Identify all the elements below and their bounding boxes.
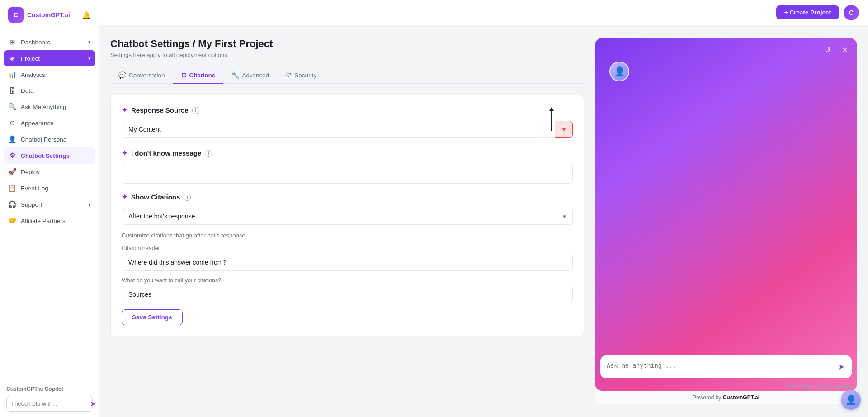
tab-conversation[interactable]: 💬 Conversation (110, 67, 173, 84)
idk-message-info-icon[interactable]: i (205, 150, 212, 157)
right-panel: ↺ ✕ 👤 ➤ Shift + Enter to add a (595, 38, 857, 404)
affiliate-icon: 🤝 (8, 217, 16, 225)
citations-name-input[interactable] (122, 286, 573, 303)
response-source-label: Response Source (131, 106, 189, 114)
deploy-icon: 🚀 (8, 168, 16, 176)
create-project-button[interactable]: + Create Project (776, 5, 839, 19)
sidebar-item-label: Deploy (21, 169, 40, 175)
sidebar: C CustomGPT.ai 🔔 ⊞ Dashboard ▾ ◈ Project… (0, 0, 99, 417)
powered-by-bar: Powered by CustomGPT.ai (595, 391, 857, 404)
tab-advanced[interactable]: 🔧 Advanced (223, 67, 277, 84)
response-source-info-icon[interactable]: i (192, 107, 199, 114)
persona-icon: 👤 (8, 135, 16, 143)
sidebar-item-label: Appearance (21, 120, 54, 127)
tab-label: Advanced (242, 72, 269, 79)
citation-header-field: Citation header (122, 245, 573, 277)
sidebar-item-chatbot-persona[interactable]: 👤 Chatbot Persona (0, 131, 99, 147)
sidebar-item-dashboard[interactable]: ⊞ Dashboard ▾ (0, 34, 99, 50)
tab-label: Citations (189, 72, 216, 79)
conversation-tab-icon: 💬 (118, 71, 126, 79)
chatbot-input[interactable] (607, 362, 833, 373)
sidebar-item-label: Affiliate Partners (21, 218, 66, 224)
content-area: Chatbot Settings / My First Project Sett… (99, 25, 868, 417)
show-citations-value: After the bot's response (128, 213, 195, 220)
data-icon: 🗄 (8, 87, 16, 95)
chatbot-refresh-button[interactable]: ↺ (821, 43, 834, 56)
sidebar-item-label: Ask Me Anything (21, 104, 66, 110)
bottom-right-avatar[interactable]: 👤 (841, 390, 861, 410)
sidebar-item-label: Data (21, 87, 34, 94)
sidebar-item-label: Chatbot Persona (21, 136, 66, 143)
search-icon: 🔍 (8, 103, 16, 111)
sidebar-item-analytics[interactable]: 📊 Analytics (0, 66, 99, 83)
show-citations-info-icon[interactable]: i (184, 194, 191, 201)
sidebar-item-support[interactable]: 🎧 Support ▾ (0, 196, 99, 213)
event-log-icon: 📋 (8, 184, 16, 192)
tab-bar: 💬 Conversation ⊡ Citations 🔧 Advanced 🛡 … (110, 67, 584, 84)
chatbot-preview: ↺ ✕ 👤 ➤ Shift + Enter to add a (595, 38, 857, 391)
customize-label: Customize citations that go after bot's … (122, 232, 573, 239)
project-icon: ◈ (8, 54, 16, 62)
page-title: Chatbot Settings / My First Project (110, 38, 584, 50)
copilot-input-wrap: ➤ (6, 396, 93, 412)
settings-card: ✦ Response Source i My Content My Conten… (110, 95, 584, 336)
save-settings-button[interactable]: Save Settings (122, 309, 183, 325)
support-icon: 🎧 (8, 200, 16, 208)
sidebar-item-affiliate-partners[interactable]: 🤝 Affiliate Partners (0, 213, 99, 229)
show-citations-dropdown-wrap: After the bot's response ▾ (122, 208, 573, 225)
left-panel: Chatbot Settings / My First Project Sett… (110, 38, 584, 404)
show-citations-dropdown[interactable]: After the bot's response ▾ (122, 208, 573, 225)
chatbot-avatar-row: 👤 (595, 62, 857, 81)
sidebar-item-event-log[interactable]: 📋 Event Log (0, 180, 99, 196)
idk-message-section-title: ✦ I don't know message i (122, 149, 573, 157)
chatbot-close-button[interactable]: ✕ (838, 43, 851, 56)
sidebar-item-project[interactable]: ◈ Project ▾ (4, 50, 95, 66)
chatbot-avatar: 👤 (609, 62, 629, 81)
chatbot-body (595, 81, 857, 350)
chatbot-input-area: ➤ (600, 355, 852, 378)
tab-label: Security (294, 72, 316, 79)
citation-header-input[interactable] (122, 254, 573, 271)
copilot-input[interactable] (11, 400, 87, 407)
response-source-icon: ✦ (122, 106, 127, 114)
security-tab-icon: 🛡 (285, 71, 292, 79)
settings-icon: ⚙ (8, 152, 16, 160)
tab-citations[interactable]: ⊡ Citations (173, 67, 224, 84)
sidebar-logo: C CustomGPT.ai 🔔 (0, 0, 99, 30)
copilot-section: CustomGPT.ai Copilot ➤ (0, 380, 99, 417)
chevron-down-icon: ▾ (88, 202, 91, 208)
chatbot-send-button[interactable]: ➤ (837, 361, 845, 373)
citation-header-label: Citation header (122, 245, 573, 251)
show-citations-section-title: ✦ Show Citations i (122, 193, 573, 201)
chevron-down-icon: ▾ (88, 39, 91, 45)
analytics-icon: 📊 (8, 71, 16, 79)
logo-icon: C (8, 7, 24, 23)
sidebar-item-label: Dashboard (21, 39, 51, 46)
topbar: + Create Project C (99, 0, 868, 25)
idk-message-input[interactable] (122, 164, 573, 184)
sidebar-item-label: Event Log (21, 185, 48, 192)
arrow-indicator (549, 107, 554, 131)
user-avatar[interactable]: C (844, 5, 859, 20)
sidebar-item-ask-me-anything[interactable]: 🔍 Ask Me Anything (0, 99, 99, 115)
response-source-select[interactable]: My Content My Content + OpenAI OpenAI On… (122, 121, 573, 138)
idk-message-label: I don't know message (131, 149, 201, 157)
sidebar-item-label: Analytics (21, 71, 45, 78)
show-citations-icon: ✦ (122, 193, 127, 201)
copilot-label: CustomGPT.ai Copilot (6, 386, 93, 392)
notification-icon[interactable]: 🔔 (82, 11, 91, 19)
tab-security[interactable]: 🛡 Security (277, 67, 325, 84)
sidebar-item-data[interactable]: 🗄 Data (0, 83, 99, 99)
sidebar-item-label: Support (21, 201, 42, 208)
appearance-icon: ⊙ (8, 119, 16, 127)
response-source-section-title: ✦ Response Source i (122, 106, 573, 114)
sidebar-item-deploy[interactable]: 🚀 Deploy (0, 164, 99, 180)
logo-text: CustomGPT.ai (27, 11, 70, 19)
sidebar-item-chatbot-settings[interactable]: ⚙ Chatbot Settings (4, 147, 95, 164)
page-subtitle: Settings here apply to all deployment op… (110, 52, 584, 58)
sidebar-item-label: Project (21, 55, 40, 62)
chatbot-topbar: ↺ ✕ (595, 38, 857, 62)
main-area: + Create Project C Chatbot Settings / My… (99, 0, 868, 417)
sidebar-item-appearance[interactable]: ⊙ Appearance (0, 115, 99, 131)
copilot-send-button[interactable]: ➤ (90, 399, 96, 408)
